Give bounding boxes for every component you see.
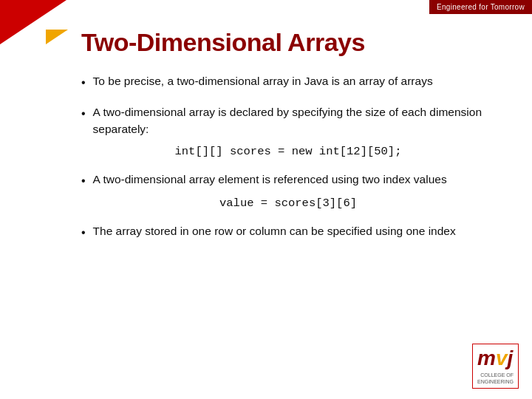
logo-v: v (496, 347, 508, 370)
logo-j: j (507, 347, 513, 370)
bullet-item-1: • To be precise, a two-dimensional array… (81, 73, 495, 91)
bullet-section-3: • A two-dimensional array element is ref… (81, 171, 495, 210)
logo-subtitle-line1: COLLEGE OF (480, 372, 514, 378)
code-line-2: value = scores[3][6] (81, 197, 495, 210)
logo-mvj: m v j (477, 347, 514, 370)
bullet-dot-3: • (81, 172, 86, 189)
bullet-dot-4: • (81, 224, 86, 241)
bullet-item-3: • A two-dimensional array element is ref… (81, 171, 495, 189)
bullet-item-4: • The array stored in one row or column … (81, 223, 495, 241)
slide-content: Two-Dimensional Arrays • To be precise, … (0, 0, 532, 399)
bullet-text-3: A two-dimensional array element is refer… (93, 171, 447, 188)
logo-subtitle: COLLEGE OF ENGINEERING (477, 372, 514, 385)
logo-m: m (477, 347, 496, 370)
bullet-text-1: To be precise, a two-dimensional array i… (93, 73, 433, 89)
bullet-section-2: • A two-dimensional array is declared by… (81, 104, 495, 158)
bullet-dot-2: • (81, 105, 86, 122)
bullet-text-2: A two-dimensional array is declared by s… (93, 104, 495, 137)
bullet-section-4: • The array stored in one row or column … (81, 223, 495, 241)
bullet-item-2: • A two-dimensional array is declared by… (81, 104, 495, 137)
code-line-1: int[][] scores = new int[12][50]; (81, 145, 495, 158)
bullet-section-1: • To be precise, a two-dimensional array… (81, 73, 495, 91)
logo-subtitle-line2: ENGINEERING (477, 379, 514, 384)
bullet-text-4: The array stored in one row or column ca… (93, 223, 456, 239)
logo-area: m v j COLLEGE OF ENGINEERING (472, 344, 519, 389)
bullet-dot-1: • (81, 74, 86, 91)
logo-box: m v j COLLEGE OF ENGINEERING (472, 344, 519, 389)
slide-title: Two-Dimensional Arrays (81, 28, 495, 57)
